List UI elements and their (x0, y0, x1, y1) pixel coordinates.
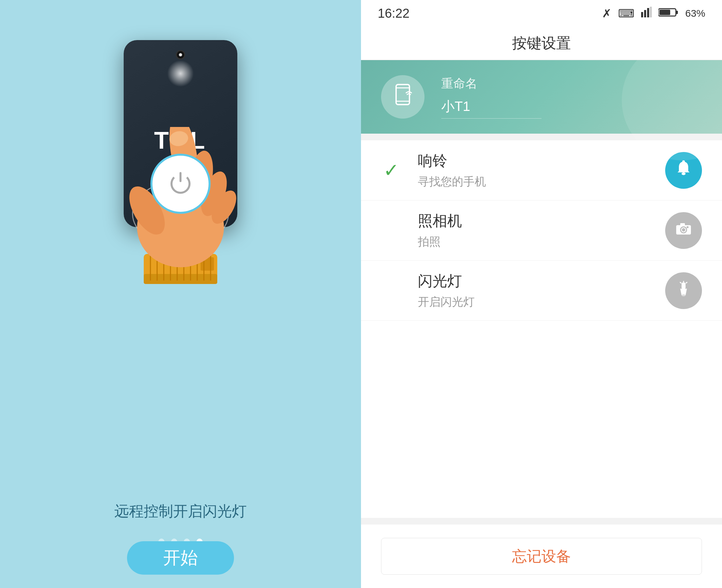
setting-left-flashlight: 闪光灯 开启闪光灯 (381, 271, 475, 310)
svg-rect-24 (650, 7, 652, 17)
check-empty-flashlight (385, 284, 398, 297)
rename-label: 重命名 (441, 76, 541, 92)
check-icon-ring: ✓ (381, 160, 401, 181)
start-button-label: 开始 (163, 546, 198, 570)
phone-flash-glow (167, 60, 194, 87)
wifi-icon: ⌨ (618, 7, 635, 20)
check-empty-camera (385, 224, 398, 237)
ring-subtitle: 寻找您的手机 (418, 174, 486, 189)
svg-rect-38 (682, 282, 685, 289)
flashlight-icon-button[interactable] (665, 272, 702, 309)
device-info: 重命名 小T1 (441, 76, 541, 119)
device-name: 小T1 (441, 97, 541, 119)
flashlight-title: 闪光灯 (418, 271, 475, 291)
forget-button-label: 忘记设备 (512, 547, 571, 566)
device-phone-icon (389, 81, 416, 113)
svg-rect-21 (641, 12, 643, 17)
signal-icon (641, 7, 652, 20)
power-line (180, 172, 182, 182)
setting-text-ring: 响铃 寻找您的手机 (418, 151, 486, 189)
setting-text-flashlight: 闪光灯 开启闪光灯 (418, 271, 475, 310)
status-bar: 16:22 ✗ ⌨ 63% (361, 0, 722, 27)
camera-title: 照相机 (418, 211, 462, 231)
forget-section: 忘记设备 (361, 525, 722, 588)
svg-rect-27 (660, 10, 670, 15)
svg-point-40 (682, 294, 685, 296)
settings-list: ✓ 响铃 寻找您的手机 (361, 140, 722, 518)
phone-illustration: TCL (110, 40, 251, 267)
camera-subtitle: 拍照 (418, 234, 462, 250)
svg-line-42 (680, 282, 681, 283)
bell-icon (675, 160, 692, 181)
flashlight-subtitle: 开启闪光灯 (418, 294, 475, 310)
setting-left-ring: ✓ 响铃 寻找您的手机 (381, 151, 486, 189)
bottom-instruction-text: 远程控制开启闪光灯 (114, 502, 247, 521)
power-circle (150, 154, 211, 214)
setting-text-camera: 照相机 拍照 (418, 211, 462, 250)
device-icon-circle (381, 75, 425, 119)
svg-rect-22 (644, 10, 646, 17)
svg-rect-26 (676, 11, 678, 14)
setting-item-flashlight[interactable]: 闪光灯 开启闪光灯 (361, 260, 722, 321)
battery-icon (659, 7, 679, 20)
checkmark-ring: ✓ (384, 159, 399, 181)
svg-rect-32 (682, 160, 685, 162)
ring-title: 响铃 (418, 151, 486, 171)
svg-rect-23 (647, 8, 649, 17)
start-button[interactable]: 开始 (127, 541, 234, 575)
right-panel: 16:22 ✗ ⌨ 63% (361, 0, 722, 588)
forget-device-button[interactable]: 忘记设备 (381, 538, 702, 575)
flashlight-icon (675, 280, 692, 301)
device-header: 重命名 小T1 (361, 60, 722, 134)
svg-rect-1 (144, 274, 217, 284)
status-time: 16:22 (378, 6, 410, 21)
check-icon-flashlight (381, 281, 401, 301)
left-panel: TCL (0, 0, 361, 588)
check-icon-camera (381, 220, 401, 240)
page-title: 按键设置 (512, 34, 571, 53)
camera-icon (675, 220, 692, 241)
setting-item-camera[interactable]: 照相机 拍照 (361, 201, 722, 260)
svg-point-35 (682, 228, 685, 232)
phone-camera-icon (176, 50, 185, 60)
status-icons: ✗ ⌨ 63% (602, 7, 705, 20)
svg-line-43 (686, 282, 687, 283)
power-icon (169, 172, 192, 195)
bluetooth-icon: ✗ (602, 7, 611, 20)
svg-rect-36 (680, 223, 685, 226)
svg-point-37 (686, 226, 688, 228)
camera-icon-button[interactable] (665, 212, 702, 249)
battery-percent: 63% (685, 8, 705, 19)
setting-left-camera: 照相机 拍照 (381, 211, 462, 250)
svg-point-31 (682, 172, 685, 175)
